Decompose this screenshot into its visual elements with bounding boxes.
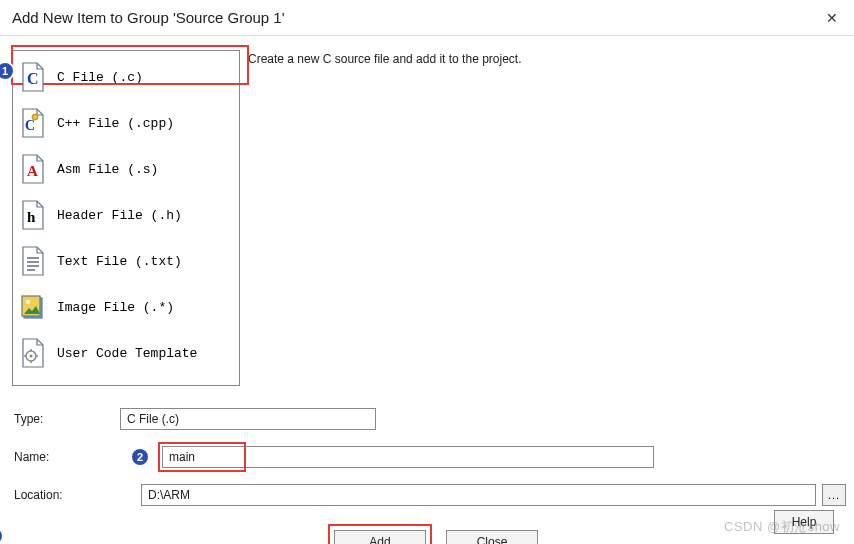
svg-text:C: C (27, 70, 39, 87)
file-type-header[interactable]: h Header File (.h) (17, 195, 235, 235)
asm-file-icon: A (19, 153, 47, 185)
name-row: Name: 2 (14, 446, 846, 468)
template-file-icon (19, 337, 47, 369)
location-label: Location: (14, 488, 99, 502)
location-input[interactable] (141, 484, 816, 506)
svg-point-2 (32, 114, 38, 120)
text-file-icon (19, 245, 47, 277)
file-type-label: User Code Template (57, 346, 197, 361)
svg-text:A: A (27, 163, 38, 179)
type-value: C File (.c) (120, 408, 376, 430)
main-area: 1 C C File (.c) C C++ File (.cpp) A Asm … (0, 36, 854, 394)
type-row: Type: C File (.c) (14, 408, 846, 430)
cpp-file-icon: C (19, 107, 47, 139)
location-row: Location: ... (14, 484, 846, 506)
name-input[interactable] (162, 446, 654, 468)
file-type-label: Image File (.*) (57, 300, 174, 315)
file-type-label: C++ File (.cpp) (57, 116, 174, 131)
svg-point-13 (30, 355, 33, 358)
file-type-image[interactable]: Image File (.*) (17, 287, 235, 327)
file-type-c[interactable]: C C File (.c) (17, 57, 235, 97)
file-type-text[interactable]: Text File (.txt) (17, 241, 235, 281)
svg-text:h: h (27, 209, 36, 225)
browse-button[interactable]: ... (822, 484, 846, 506)
add-button[interactable]: Add (334, 530, 426, 544)
image-file-icon (19, 291, 47, 323)
file-type-label: Text File (.txt) (57, 254, 182, 269)
badge-2: 2 (130, 447, 150, 467)
file-type-label: C File (.c) (57, 70, 143, 85)
file-type-asm[interactable]: A Asm File (.s) (17, 149, 235, 189)
description-text: Create a new C source file and add it to… (240, 50, 846, 386)
svg-point-11 (26, 300, 30, 304)
form-area: Type: C File (.c) Name: 2 Location: ... … (0, 394, 854, 544)
help-button[interactable]: Help (774, 510, 834, 534)
header-file-icon: h (19, 199, 47, 231)
file-type-template[interactable]: User Code Template (17, 333, 235, 373)
name-label: Name: (14, 450, 120, 464)
close-icon[interactable]: ✕ (822, 8, 842, 28)
badge-3: 3 (0, 526, 4, 544)
file-type-label: Header File (.h) (57, 208, 182, 223)
titlebar: Add New Item to Group 'Source Group 1' ✕ (0, 0, 854, 36)
badge-1: 1 (0, 61, 15, 81)
close-button[interactable]: Close (446, 530, 538, 544)
file-type-list: 1 C C File (.c) C C++ File (.cpp) A Asm … (12, 50, 240, 386)
type-label: Type: (14, 412, 120, 426)
file-type-label: Asm File (.s) (57, 162, 158, 177)
svg-text:C: C (25, 118, 35, 133)
button-row: 3 Add Close (14, 522, 846, 544)
file-type-cpp[interactable]: C C++ File (.cpp) (17, 103, 235, 143)
window-title: Add New Item to Group 'Source Group 1' (12, 9, 822, 26)
c-file-icon: C (19, 61, 47, 93)
